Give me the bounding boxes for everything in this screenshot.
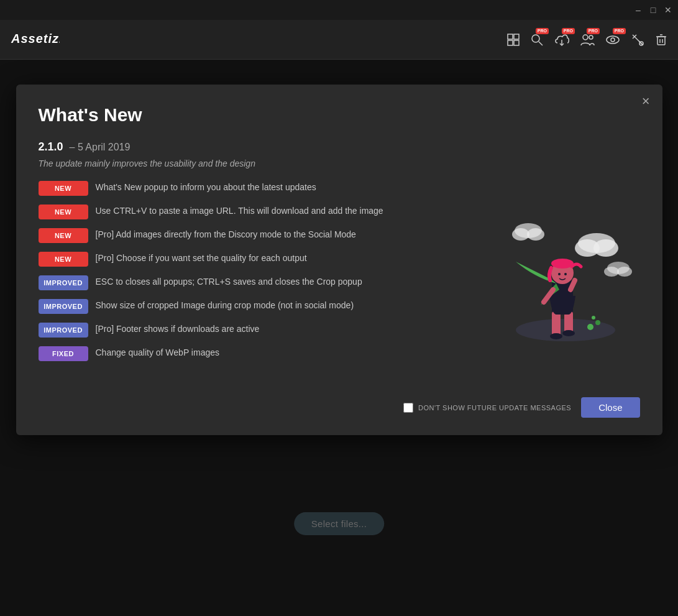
eye-icon-wrap[interactable]: PRO xyxy=(605,33,621,47)
svg-point-5 xyxy=(532,35,539,42)
window-close-button[interactable]: ✕ xyxy=(663,5,673,15)
change-text-5: Show size of cropped Image during crop m… xyxy=(96,299,479,312)
toolbar-icons: PRO PRO PRO PRO xyxy=(506,33,668,47)
changes-list: NEW What's New popup to inform you about… xyxy=(39,181,479,370)
search-icon-wrap[interactable]: PRO xyxy=(530,33,544,47)
svg-point-42 xyxy=(604,267,619,277)
svg-text:Assetizr: Assetizr xyxy=(11,32,60,45)
svg-rect-1 xyxy=(508,34,513,39)
svg-point-28 xyxy=(562,330,575,336)
svg-rect-16 xyxy=(657,37,665,45)
svg-point-34 xyxy=(564,273,567,275)
change-badge-2: NEW xyxy=(39,228,88,243)
titlebar: – □ ✕ xyxy=(0,0,678,20)
whats-new-modal: × What's New 2.1.0 – 5 April 2019 The up… xyxy=(16,85,662,435)
version-row: 2.1.0 – 5 April 2019 xyxy=(39,140,640,154)
change-badge-7: FIXED xyxy=(39,346,88,361)
users-icon-wrap[interactable]: PRO xyxy=(580,33,595,47)
layout-icon-wrap[interactable] xyxy=(506,33,520,47)
version-date: – 5 April 2019 xyxy=(70,142,131,153)
app-logo: Assetizr xyxy=(10,29,60,50)
change-item-6: IMPROVED [Pro] Footer shows if downloads… xyxy=(39,323,479,338)
change-item-3: NEW [Pro] Choose if you want set the qua… xyxy=(39,252,479,267)
svg-point-9 xyxy=(589,35,593,39)
change-item-7: FIXED Change quality of WebP images xyxy=(39,346,479,361)
svg-point-43 xyxy=(617,267,632,277)
change-text-3: [Pro] Choose if you want set the quality… xyxy=(96,252,479,265)
change-text-6: [Pro] Footer shows if downloads are acti… xyxy=(96,323,479,336)
change-text-4: ESC to closes all popups; CTRL+S saves a… xyxy=(96,275,479,288)
trash-icon-wrap[interactable] xyxy=(654,33,668,47)
pro-badge-cloud: PRO xyxy=(562,28,575,34)
svg-rect-4 xyxy=(514,40,519,45)
tools-icon-wrap[interactable] xyxy=(631,33,644,47)
change-item-5: IMPROVED Show size of cropped Image duri… xyxy=(39,299,479,314)
svg-rect-3 xyxy=(508,40,513,45)
change-text-0: What's New popup to inform you about the… xyxy=(96,181,479,194)
dont-show-checkbox[interactable] xyxy=(403,403,413,413)
changes-area: NEW What's New popup to inform you about… xyxy=(39,181,640,370)
svg-point-46 xyxy=(592,316,595,319)
change-text-2: [Pro] Add images directly from the Disco… xyxy=(96,228,479,241)
svg-point-10 xyxy=(607,36,619,44)
pro-badge-users: PRO xyxy=(587,28,600,34)
change-badge-4: IMPROVED xyxy=(39,275,88,290)
svg-rect-26 xyxy=(564,311,573,333)
svg-point-40 xyxy=(527,228,544,241)
change-text-7: Change quality of WebP images xyxy=(96,346,479,359)
maximize-button[interactable]: □ xyxy=(648,5,658,15)
change-badge-6: IMPROVED xyxy=(39,323,88,338)
version-tagline: The update mainly improves the usability… xyxy=(39,159,640,168)
modal-footer: DON'T SHOW FUTURE UPDATE MESSAGES Close xyxy=(39,387,640,418)
svg-rect-2 xyxy=(514,34,519,39)
dont-show-label: DON'T SHOW FUTURE UPDATE MESSAGES xyxy=(418,404,571,411)
change-item-4: IMPROVED ESC to closes all popups; CTRL+… xyxy=(39,275,479,290)
change-item-0: NEW What's New popup to inform you about… xyxy=(39,181,479,196)
minimize-button[interactable]: – xyxy=(633,5,643,15)
cloud-download-icon-wrap[interactable]: PRO xyxy=(554,33,570,47)
illustration xyxy=(491,181,640,342)
close-modal-button[interactable]: Close xyxy=(581,397,639,418)
change-badge-1: NEW xyxy=(39,205,88,219)
change-text-1: Use CTRL+V to paste a image URL. This wi… xyxy=(96,205,479,218)
svg-point-8 xyxy=(583,35,588,40)
change-badge-3: NEW xyxy=(39,252,88,267)
pro-badge: PRO xyxy=(536,28,549,34)
svg-point-45 xyxy=(595,320,600,325)
svg-point-27 xyxy=(550,333,562,339)
pro-badge-eye: PRO xyxy=(613,28,626,34)
titlebar-controls: – □ ✕ xyxy=(633,5,673,15)
svg-point-39 xyxy=(512,228,529,241)
modal-close-button[interactable]: × xyxy=(642,94,650,108)
svg-point-44 xyxy=(587,324,593,330)
svg-point-37 xyxy=(593,239,618,257)
change-badge-5: IMPROVED xyxy=(39,299,88,314)
svg-point-11 xyxy=(611,38,615,42)
change-item-2: NEW [Pro] Add images directly from the D… xyxy=(39,228,479,243)
modal-title: What's New xyxy=(39,104,640,126)
svg-line-6 xyxy=(539,42,543,45)
hero-illustration xyxy=(497,181,634,342)
svg-rect-25 xyxy=(552,311,561,336)
modal-overlay: × What's New 2.1.0 – 5 April 2019 The up… xyxy=(0,60,678,616)
dont-show-row: DON'T SHOW FUTURE UPDATE MESSAGES xyxy=(403,403,571,413)
toolbar: Assetizr PRO PRO xyxy=(0,20,678,60)
svg-point-33 xyxy=(558,273,561,275)
change-item-1: NEW Use CTRL+V to paste a image URL. Thi… xyxy=(39,205,479,219)
version-number: 2.1.0 xyxy=(39,140,63,154)
change-badge-0: NEW xyxy=(39,181,88,196)
